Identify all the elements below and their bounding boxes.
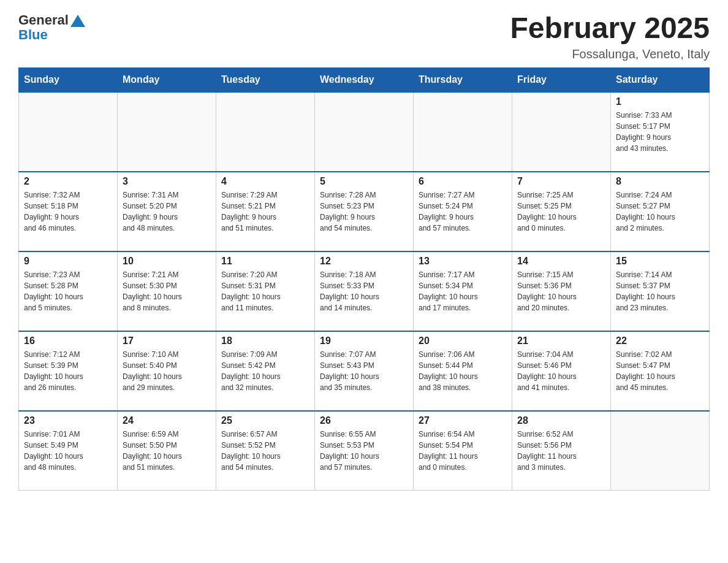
calendar-cell: 7Sunrise: 7:25 AM Sunset: 5:25 PM Daylig… [512, 172, 611, 251]
calendar-cell: 6Sunrise: 7:27 AM Sunset: 5:24 PM Daylig… [414, 172, 512, 251]
day-number: 10 [123, 256, 211, 267]
calendar-title: February 2025 [510, 12, 710, 45]
calendar-cell [414, 92, 512, 172]
day-number: 4 [221, 176, 309, 187]
weekday-header-thursday: Thursday [414, 67, 512, 92]
day-info: Sunrise: 7:33 AM Sunset: 5:17 PM Dayligh… [616, 110, 704, 154]
calendar-cell: 18Sunrise: 7:09 AM Sunset: 5:42 PM Dayli… [216, 331, 315, 411]
calendar-cell: 3Sunrise: 7:31 AM Sunset: 5:20 PM Daylig… [118, 172, 216, 251]
calendar-cell: 10Sunrise: 7:21 AM Sunset: 5:30 PM Dayli… [118, 251, 216, 331]
calendar-cell: 9Sunrise: 7:23 AM Sunset: 5:28 PM Daylig… [19, 251, 118, 331]
title-section: February 2025 Fossalunga, Veneto, Italy [510, 12, 710, 61]
day-info: Sunrise: 7:25 AM Sunset: 5:25 PM Dayligh… [517, 190, 605, 234]
day-number: 5 [320, 176, 408, 187]
day-info: Sunrise: 7:27 AM Sunset: 5:24 PM Dayligh… [419, 190, 507, 234]
calendar-cell: 27Sunrise: 6:54 AM Sunset: 5:54 PM Dayli… [414, 411, 512, 491]
day-number: 28 [517, 415, 605, 426]
day-info: Sunrise: 7:28 AM Sunset: 5:23 PM Dayligh… [320, 190, 408, 234]
day-number: 9 [24, 256, 112, 267]
calendar-cell [19, 92, 118, 172]
day-number: 6 [419, 176, 507, 187]
day-info: Sunrise: 6:55 AM Sunset: 5:53 PM Dayligh… [320, 429, 408, 473]
logo-blue-text: Blue [18, 27, 48, 42]
day-info: Sunrise: 7:20 AM Sunset: 5:31 PM Dayligh… [221, 269, 309, 313]
calendar-cell: 16Sunrise: 7:12 AM Sunset: 5:39 PM Dayli… [19, 331, 118, 411]
day-info: Sunrise: 7:12 AM Sunset: 5:39 PM Dayligh… [24, 349, 112, 393]
calendar-cell: 17Sunrise: 7:10 AM Sunset: 5:40 PM Dayli… [118, 331, 216, 411]
calendar-cell: 21Sunrise: 7:04 AM Sunset: 5:46 PM Dayli… [512, 331, 611, 411]
week-row-2: 2Sunrise: 7:32 AM Sunset: 5:18 PM Daylig… [19, 172, 710, 251]
day-number: 13 [419, 256, 507, 267]
calendar-cell: 2Sunrise: 7:32 AM Sunset: 5:18 PM Daylig… [19, 172, 118, 251]
day-info: Sunrise: 7:29 AM Sunset: 5:21 PM Dayligh… [221, 190, 309, 234]
logo-triangle-icon [70, 15, 85, 27]
logo-general-text: General [18, 12, 69, 28]
day-info: Sunrise: 6:59 AM Sunset: 5:50 PM Dayligh… [123, 429, 211, 473]
day-number: 21 [517, 335, 605, 347]
day-number: 27 [419, 415, 507, 426]
week-row-4: 16Sunrise: 7:12 AM Sunset: 5:39 PM Dayli… [19, 331, 710, 411]
day-number: 3 [123, 176, 211, 187]
calendar-cell: 12Sunrise: 7:18 AM Sunset: 5:33 PM Dayli… [315, 251, 414, 331]
day-number: 17 [123, 335, 211, 347]
day-number: 15 [616, 256, 704, 267]
day-info: Sunrise: 7:06 AM Sunset: 5:44 PM Dayligh… [419, 349, 507, 393]
day-info: Sunrise: 7:32 AM Sunset: 5:18 PM Dayligh… [24, 190, 112, 234]
day-number: 18 [221, 335, 309, 347]
day-number: 8 [616, 176, 704, 187]
calendar-cell [512, 92, 611, 172]
day-number: 14 [517, 256, 605, 267]
day-info: Sunrise: 6:57 AM Sunset: 5:52 PM Dayligh… [221, 429, 309, 473]
day-number: 26 [320, 415, 408, 426]
day-number: 16 [24, 335, 112, 347]
day-info: Sunrise: 7:10 AM Sunset: 5:40 PM Dayligh… [123, 349, 211, 393]
day-number: 7 [517, 176, 605, 187]
calendar-cell: 26Sunrise: 6:55 AM Sunset: 5:53 PM Dayli… [315, 411, 414, 491]
calendar-cell: 19Sunrise: 7:07 AM Sunset: 5:43 PM Dayli… [315, 331, 414, 411]
calendar-cell: 1Sunrise: 7:33 AM Sunset: 5:17 PM Daylig… [611, 92, 710, 172]
calendar-cell [118, 92, 216, 172]
calendar-cell [216, 92, 315, 172]
day-number: 1 [616, 96, 704, 107]
day-info: Sunrise: 7:04 AM Sunset: 5:46 PM Dayligh… [517, 349, 605, 393]
calendar-cell [315, 92, 414, 172]
day-number: 12 [320, 256, 408, 267]
calendar-cell: 25Sunrise: 6:57 AM Sunset: 5:52 PM Dayli… [216, 411, 315, 491]
calendar-cell: 8Sunrise: 7:24 AM Sunset: 5:27 PM Daylig… [611, 172, 710, 251]
week-row-3: 9Sunrise: 7:23 AM Sunset: 5:28 PM Daylig… [19, 251, 710, 331]
day-info: Sunrise: 7:15 AM Sunset: 5:36 PM Dayligh… [517, 269, 605, 313]
weekday-header-saturday: Saturday [611, 67, 710, 92]
day-info: Sunrise: 7:01 AM Sunset: 5:49 PM Dayligh… [24, 429, 112, 473]
day-info: Sunrise: 7:07 AM Sunset: 5:43 PM Dayligh… [320, 349, 408, 393]
day-number: 23 [24, 415, 112, 426]
day-number: 25 [221, 415, 309, 426]
calendar-subtitle: Fossalunga, Veneto, Italy [510, 47, 710, 61]
day-info: Sunrise: 6:52 AM Sunset: 5:56 PM Dayligh… [517, 429, 605, 473]
day-info: Sunrise: 7:02 AM Sunset: 5:47 PM Dayligh… [616, 349, 704, 393]
calendar-cell: 15Sunrise: 7:14 AM Sunset: 5:37 PM Dayli… [611, 251, 710, 331]
day-info: Sunrise: 7:14 AM Sunset: 5:37 PM Dayligh… [616, 269, 704, 313]
calendar-cell: 28Sunrise: 6:52 AM Sunset: 5:56 PM Dayli… [512, 411, 611, 491]
calendar-cell: 14Sunrise: 7:15 AM Sunset: 5:36 PM Dayli… [512, 251, 611, 331]
day-info: Sunrise: 7:24 AM Sunset: 5:27 PM Dayligh… [616, 190, 704, 234]
calendar-cell: 24Sunrise: 6:59 AM Sunset: 5:50 PM Dayli… [118, 411, 216, 491]
weekday-header-row: SundayMondayTuesdayWednesdayThursdayFrid… [19, 67, 710, 92]
day-info: Sunrise: 7:17 AM Sunset: 5:34 PM Dayligh… [419, 269, 507, 313]
day-number: 19 [320, 335, 408, 347]
day-number: 2 [24, 176, 112, 187]
day-number: 22 [616, 335, 704, 347]
day-number: 24 [123, 415, 211, 426]
weekday-header-sunday: Sunday [19, 67, 118, 92]
day-info: Sunrise: 7:18 AM Sunset: 5:33 PM Dayligh… [320, 269, 408, 313]
calendar-cell: 22Sunrise: 7:02 AM Sunset: 5:47 PM Dayli… [611, 331, 710, 411]
day-info: Sunrise: 7:31 AM Sunset: 5:20 PM Dayligh… [123, 190, 211, 234]
calendar-cell: 4Sunrise: 7:29 AM Sunset: 5:21 PM Daylig… [216, 172, 315, 251]
weekday-header-wednesday: Wednesday [315, 67, 414, 92]
week-row-1: 1Sunrise: 7:33 AM Sunset: 5:17 PM Daylig… [19, 92, 710, 172]
calendar-cell: 20Sunrise: 7:06 AM Sunset: 5:44 PM Dayli… [414, 331, 512, 411]
calendar-cell: 5Sunrise: 7:28 AM Sunset: 5:23 PM Daylig… [315, 172, 414, 251]
calendar-cell: 13Sunrise: 7:17 AM Sunset: 5:34 PM Dayli… [414, 251, 512, 331]
calendar-cell: 11Sunrise: 7:20 AM Sunset: 5:31 PM Dayli… [216, 251, 315, 331]
day-number: 11 [221, 256, 309, 267]
svg-marker-0 [70, 15, 85, 27]
